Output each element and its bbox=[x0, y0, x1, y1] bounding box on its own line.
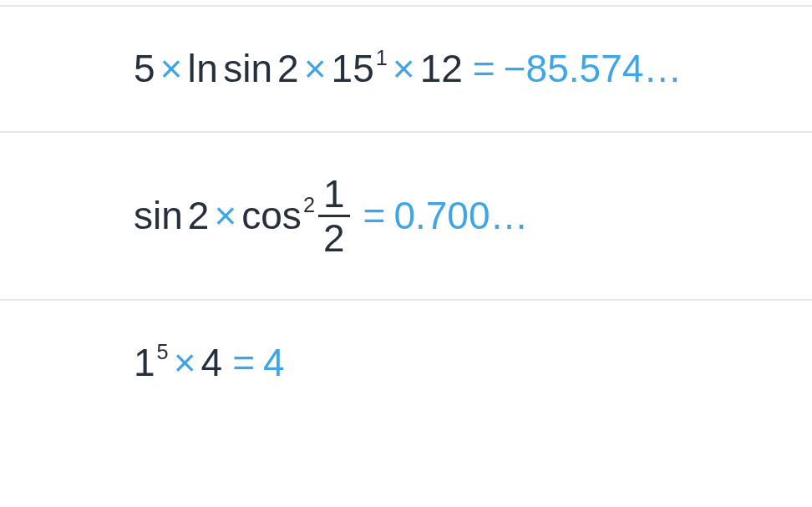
history-list: 5 × ln sin 2 × 151 × 12 = −85.574… sin 2… bbox=[0, 5, 812, 425]
function-sin: sin bbox=[223, 47, 272, 91]
number: 2 bbox=[277, 47, 299, 91]
number: 151 bbox=[332, 47, 388, 91]
equals-sign: = bbox=[353, 194, 394, 238]
exponent: 5 bbox=[155, 340, 169, 363]
base: 1 bbox=[134, 341, 155, 384]
number: 12 bbox=[420, 47, 463, 91]
exponent: 2 bbox=[302, 193, 315, 216]
history-row[interactable]: 5 × ln sin 2 × 151 × 12 = −85.574… bbox=[0, 5, 812, 131]
times-operator: × bbox=[299, 47, 332, 91]
result: −85.574… bbox=[504, 47, 683, 91]
expression: 15 × 4 bbox=[134, 341, 222, 385]
fraction: 1 2 bbox=[318, 173, 350, 259]
number: 5 bbox=[134, 47, 155, 91]
times-operator: × bbox=[209, 194, 241, 238]
times-operator: × bbox=[155, 47, 188, 91]
history-row[interactable]: 15 × 4 = 4 bbox=[0, 299, 812, 425]
equals-sign: = bbox=[463, 47, 504, 91]
function-ln: ln bbox=[187, 47, 218, 91]
times-operator: × bbox=[169, 341, 201, 385]
number: 4 bbox=[201, 341, 223, 385]
numerator: 1 bbox=[318, 173, 350, 215]
number: 15 bbox=[134, 341, 169, 385]
function-cos: cos2 bbox=[241, 194, 315, 238]
exponent: 1 bbox=[374, 46, 388, 69]
cos-label: cos bbox=[241, 194, 302, 237]
result: 4 bbox=[263, 341, 285, 385]
function-sin: sin bbox=[134, 194, 183, 238]
expression: 5 × ln sin 2 × 151 × 12 bbox=[134, 47, 463, 91]
equals-sign: = bbox=[222, 341, 263, 385]
number: 2 bbox=[188, 194, 210, 238]
expression: sin 2 × cos2 1 2 bbox=[134, 173, 353, 259]
base: 15 bbox=[332, 47, 374, 90]
denominator: 2 bbox=[318, 217, 350, 259]
history-row[interactable]: sin 2 × cos2 1 2 = 0.700… bbox=[0, 131, 812, 299]
result: 0.700… bbox=[393, 194, 528, 238]
times-operator: × bbox=[388, 47, 420, 91]
